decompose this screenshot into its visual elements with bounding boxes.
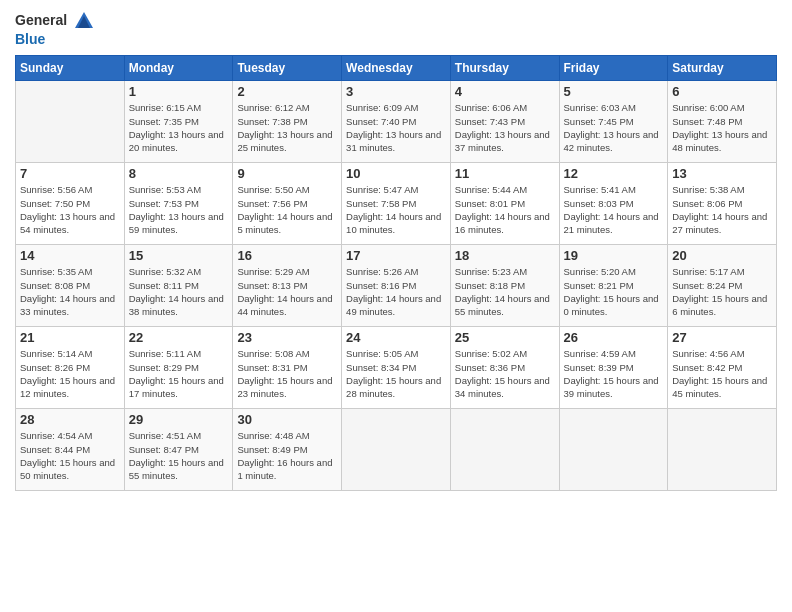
calendar-cell: 26Sunrise: 4:59 AMSunset: 8:39 PMDayligh…	[559, 327, 668, 409]
day-number: 5	[564, 84, 664, 99]
sun-info: Sunrise: 4:51 AMSunset: 8:47 PMDaylight:…	[129, 429, 229, 482]
calendar-cell: 6Sunrise: 6:00 AMSunset: 7:48 PMDaylight…	[668, 81, 777, 163]
day-number: 28	[20, 412, 120, 427]
sun-info: Sunrise: 6:06 AMSunset: 7:43 PMDaylight:…	[455, 101, 555, 154]
day-number: 13	[672, 166, 772, 181]
sun-info: Sunrise: 5:29 AMSunset: 8:13 PMDaylight:…	[237, 265, 337, 318]
sun-info: Sunrise: 6:09 AMSunset: 7:40 PMDaylight:…	[346, 101, 446, 154]
day-number: 8	[129, 166, 229, 181]
calendar-cell: 28Sunrise: 4:54 AMSunset: 8:44 PMDayligh…	[16, 409, 125, 491]
sun-info: Sunrise: 6:00 AMSunset: 7:48 PMDaylight:…	[672, 101, 772, 154]
day-number: 4	[455, 84, 555, 99]
header-friday: Friday	[559, 56, 668, 81]
day-number: 22	[129, 330, 229, 345]
day-number: 18	[455, 248, 555, 263]
calendar-cell: 2Sunrise: 6:12 AMSunset: 7:38 PMDaylight…	[233, 81, 342, 163]
sun-info: Sunrise: 5:41 AMSunset: 8:03 PMDaylight:…	[564, 183, 664, 236]
sun-info: Sunrise: 5:53 AMSunset: 7:53 PMDaylight:…	[129, 183, 229, 236]
day-number: 6	[672, 84, 772, 99]
day-number: 26	[564, 330, 664, 345]
calendar-cell: 19Sunrise: 5:20 AMSunset: 8:21 PMDayligh…	[559, 245, 668, 327]
sun-info: Sunrise: 4:48 AMSunset: 8:49 PMDaylight:…	[237, 429, 337, 482]
day-number: 9	[237, 166, 337, 181]
calendar-cell: 5Sunrise: 6:03 AMSunset: 7:45 PMDaylight…	[559, 81, 668, 163]
logo-text: General Blue	[15, 10, 95, 47]
header-thursday: Thursday	[450, 56, 559, 81]
day-number: 16	[237, 248, 337, 263]
header-saturday: Saturday	[668, 56, 777, 81]
page: General Blue Sunday Monday Tuesday Wedne…	[0, 0, 792, 612]
calendar-cell: 8Sunrise: 5:53 AMSunset: 7:53 PMDaylight…	[124, 163, 233, 245]
day-number: 24	[346, 330, 446, 345]
calendar-cell	[668, 409, 777, 491]
sun-info: Sunrise: 5:23 AMSunset: 8:18 PMDaylight:…	[455, 265, 555, 318]
calendar-cell: 11Sunrise: 5:44 AMSunset: 8:01 PMDayligh…	[450, 163, 559, 245]
day-number: 19	[564, 248, 664, 263]
calendar-cell: 12Sunrise: 5:41 AMSunset: 8:03 PMDayligh…	[559, 163, 668, 245]
sun-info: Sunrise: 4:54 AMSunset: 8:44 PMDaylight:…	[20, 429, 120, 482]
day-number: 11	[455, 166, 555, 181]
day-number: 12	[564, 166, 664, 181]
day-number: 23	[237, 330, 337, 345]
header: General Blue	[15, 10, 777, 47]
calendar-cell: 23Sunrise: 5:08 AMSunset: 8:31 PMDayligh…	[233, 327, 342, 409]
calendar-week-row: 1Sunrise: 6:15 AMSunset: 7:35 PMDaylight…	[16, 81, 777, 163]
sun-info: Sunrise: 5:32 AMSunset: 8:11 PMDaylight:…	[129, 265, 229, 318]
calendar-cell: 20Sunrise: 5:17 AMSunset: 8:24 PMDayligh…	[668, 245, 777, 327]
calendar-cell: 27Sunrise: 4:56 AMSunset: 8:42 PMDayligh…	[668, 327, 777, 409]
calendar-cell: 22Sunrise: 5:11 AMSunset: 8:29 PMDayligh…	[124, 327, 233, 409]
calendar-cell: 15Sunrise: 5:32 AMSunset: 8:11 PMDayligh…	[124, 245, 233, 327]
day-number: 7	[20, 166, 120, 181]
calendar-cell: 10Sunrise: 5:47 AMSunset: 7:58 PMDayligh…	[342, 163, 451, 245]
sun-info: Sunrise: 4:56 AMSunset: 8:42 PMDaylight:…	[672, 347, 772, 400]
day-number: 27	[672, 330, 772, 345]
sun-info: Sunrise: 5:56 AMSunset: 7:50 PMDaylight:…	[20, 183, 120, 236]
logo-icon	[73, 10, 95, 32]
header-monday: Monday	[124, 56, 233, 81]
calendar-cell: 3Sunrise: 6:09 AMSunset: 7:40 PMDaylight…	[342, 81, 451, 163]
header-tuesday: Tuesday	[233, 56, 342, 81]
day-number: 21	[20, 330, 120, 345]
calendar-cell	[16, 81, 125, 163]
calendar-cell	[450, 409, 559, 491]
calendar-body: 1Sunrise: 6:15 AMSunset: 7:35 PMDaylight…	[16, 81, 777, 491]
sun-info: Sunrise: 5:50 AMSunset: 7:56 PMDaylight:…	[237, 183, 337, 236]
calendar-cell: 9Sunrise: 5:50 AMSunset: 7:56 PMDaylight…	[233, 163, 342, 245]
sun-info: Sunrise: 5:20 AMSunset: 8:21 PMDaylight:…	[564, 265, 664, 318]
sun-info: Sunrise: 5:02 AMSunset: 8:36 PMDaylight:…	[455, 347, 555, 400]
calendar-cell: 1Sunrise: 6:15 AMSunset: 7:35 PMDaylight…	[124, 81, 233, 163]
calendar-cell: 13Sunrise: 5:38 AMSunset: 8:06 PMDayligh…	[668, 163, 777, 245]
calendar-cell: 14Sunrise: 5:35 AMSunset: 8:08 PMDayligh…	[16, 245, 125, 327]
sun-info: Sunrise: 5:26 AMSunset: 8:16 PMDaylight:…	[346, 265, 446, 318]
sun-info: Sunrise: 6:15 AMSunset: 7:35 PMDaylight:…	[129, 101, 229, 154]
calendar-cell: 16Sunrise: 5:29 AMSunset: 8:13 PMDayligh…	[233, 245, 342, 327]
sun-info: Sunrise: 5:11 AMSunset: 8:29 PMDaylight:…	[129, 347, 229, 400]
logo-line1: General	[15, 10, 95, 32]
calendar-cell	[342, 409, 451, 491]
calendar-week-row: 14Sunrise: 5:35 AMSunset: 8:08 PMDayligh…	[16, 245, 777, 327]
calendar-cell: 30Sunrise: 4:48 AMSunset: 8:49 PMDayligh…	[233, 409, 342, 491]
calendar-week-row: 7Sunrise: 5:56 AMSunset: 7:50 PMDaylight…	[16, 163, 777, 245]
sun-info: Sunrise: 5:47 AMSunset: 7:58 PMDaylight:…	[346, 183, 446, 236]
day-number: 29	[129, 412, 229, 427]
calendar-cell: 18Sunrise: 5:23 AMSunset: 8:18 PMDayligh…	[450, 245, 559, 327]
day-number: 20	[672, 248, 772, 263]
day-number: 2	[237, 84, 337, 99]
day-number: 30	[237, 412, 337, 427]
day-number: 1	[129, 84, 229, 99]
calendar-cell: 24Sunrise: 5:05 AMSunset: 8:34 PMDayligh…	[342, 327, 451, 409]
day-number: 25	[455, 330, 555, 345]
calendar-cell: 25Sunrise: 5:02 AMSunset: 8:36 PMDayligh…	[450, 327, 559, 409]
sun-info: Sunrise: 5:38 AMSunset: 8:06 PMDaylight:…	[672, 183, 772, 236]
calendar-cell: 17Sunrise: 5:26 AMSunset: 8:16 PMDayligh…	[342, 245, 451, 327]
logo-line2: Blue	[15, 32, 95, 47]
calendar-cell	[559, 409, 668, 491]
day-number: 14	[20, 248, 120, 263]
sun-info: Sunrise: 5:35 AMSunset: 8:08 PMDaylight:…	[20, 265, 120, 318]
calendar-cell: 4Sunrise: 6:06 AMSunset: 7:43 PMDaylight…	[450, 81, 559, 163]
day-number: 17	[346, 248, 446, 263]
calendar-cell: 7Sunrise: 5:56 AMSunset: 7:50 PMDaylight…	[16, 163, 125, 245]
sun-info: Sunrise: 6:03 AMSunset: 7:45 PMDaylight:…	[564, 101, 664, 154]
weekday-row: Sunday Monday Tuesday Wednesday Thursday…	[16, 56, 777, 81]
sun-info: Sunrise: 5:08 AMSunset: 8:31 PMDaylight:…	[237, 347, 337, 400]
